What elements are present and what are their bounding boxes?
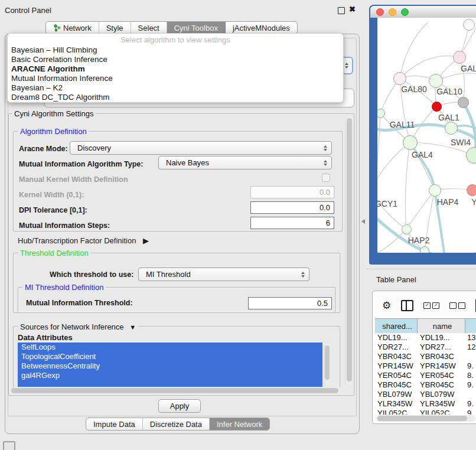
table-cell[interactable]: YBR045C <box>418 380 465 390</box>
node-unlabeled[interactable] <box>458 97 469 108</box>
node-hap4[interactable] <box>429 184 441 197</box>
table-cell[interactable]: 9. <box>465 380 476 390</box>
table-cell[interactable]: YBL079W <box>375 390 418 399</box>
table-row[interactable]: YDL19...YDL19...13 <box>375 333 476 343</box>
node-unlabeled[interactable] <box>420 246 429 253</box>
attribute-item-gal4rgexp[interactable]: gal4RGexp <box>18 371 322 380</box>
settings-hscrollbar-thumb[interactable] <box>11 388 338 393</box>
table-cell[interactable]: YDL19... <box>418 333 465 343</box>
close-icon[interactable]: ✖ <box>349 5 356 14</box>
tab-discretize-data[interactable]: Discretize Data <box>143 418 210 430</box>
node-gal4[interactable] <box>403 135 418 150</box>
column-header-name[interactable]: name <box>418 319 465 334</box>
table-cell[interactable]: YBR043C <box>375 352 418 361</box>
table-cell[interactable]: 9. <box>465 399 476 409</box>
table-cell[interactable]: YLR345W <box>375 399 418 409</box>
settings-gear-icon[interactable]: ⚙ <box>382 301 391 311</box>
tab-cyni-toolbox[interactable]: Cyni Toolbox <box>167 22 226 34</box>
attribute-item-betweennesscentrality[interactable]: BetweennessCentrality <box>18 361 322 371</box>
tab-select[interactable]: Select <box>131 22 167 34</box>
close-traffic-light-icon[interactable] <box>376 8 384 16</box>
algorithm-option-bayesian-k2[interactable]: Bayesian – K2 <box>8 83 343 93</box>
node-gal[interactable] <box>453 51 466 64</box>
algorithm-option-mutual-information-inference[interactable]: Mutual Information Inference <box>8 74 343 83</box>
attributes-scrollbar-thumb[interactable] <box>325 345 330 380</box>
settings-vscrollbar-thumb[interactable] <box>347 118 352 381</box>
table-cell[interactable]: YIL052C <box>418 409 465 415</box>
node-gal80[interactable] <box>393 72 406 85</box>
sources-title[interactable]: Sources for Network Inference ▼ <box>18 322 138 331</box>
node-swi4[interactable] <box>445 122 458 135</box>
tab-impute-data[interactable]: Impute Data <box>86 418 143 430</box>
table-row[interactable]: YBL079WYBL079W <box>375 390 476 399</box>
table-cell[interactable]: 9. <box>465 409 476 415</box>
minimize-traffic-light-icon[interactable] <box>389 8 396 16</box>
which-threshold-combo[interactable]: MI Threshold <box>138 268 309 281</box>
table-cell[interactable]: 13 <box>465 333 476 343</box>
algorithm-option-dream8-dc-tdc-algorithm[interactable]: Dream8 DC_TDC Algorithm <box>8 93 343 102</box>
tab-style[interactable]: Style <box>99 22 131 34</box>
aracne-mode-combo[interactable]: Discovery <box>70 141 332 155</box>
table-cell[interactable]: YIL052C <box>375 409 418 415</box>
table-row[interactable]: YLR345WYLR345W9. <box>375 399 476 409</box>
node-hap2[interactable] <box>402 224 412 234</box>
attribute-item-topologicalcoefficient[interactable]: TopologicalCoefficient <box>18 352 322 361</box>
apply-button[interactable]: Apply <box>158 399 201 413</box>
table-cell[interactable]: YBR043C <box>418 352 465 361</box>
algorithm-option-basic-correlation-inference[interactable]: Basic Correlation Inference <box>8 55 343 64</box>
mi-steps-field[interactable]: 6 <box>250 217 334 229</box>
tab-label: Select <box>138 24 159 32</box>
table-row[interactable]: YBR045CYBR045C9. <box>375 380 476 390</box>
mi-steps-value: 6 <box>326 219 330 227</box>
node-gal11[interactable] <box>377 109 385 118</box>
table-cell[interactable]: YLR345W <box>418 399 465 409</box>
select-all-columns-icon[interactable]: ✓ ✓ <box>423 302 439 309</box>
algorithm-option-bayesian-hill-climbing[interactable]: Bayesian – Hill Climbing <box>8 45 343 55</box>
table-cell[interactable]: YBL079W <box>418 390 465 399</box>
splitter-arrow-icon[interactable] <box>361 219 365 224</box>
algorithm-option-aracne-algorithm[interactable]: ARACNE Algorithm <box>8 64 343 74</box>
column-layout-icon[interactable] <box>401 300 413 311</box>
network-window-titlebar[interactable] <box>370 6 476 18</box>
zoom-traffic-light-icon[interactable] <box>401 8 409 16</box>
column-header-shared[interactable]: shared... <box>375 319 418 334</box>
attribute-item-partial[interactable] <box>18 380 322 387</box>
table-cell[interactable]: 8. <box>465 371 476 380</box>
node-y[interactable] <box>467 184 476 196</box>
table-cell[interactable]: YBR045C <box>375 380 418 390</box>
table-cell[interactable]: YDR27... <box>375 343 418 352</box>
column-header-partial[interactable] <box>465 319 476 334</box>
node-gal1[interactable] <box>432 102 442 112</box>
table-cell[interactable] <box>465 390 476 399</box>
node-unlabeled[interactable] <box>466 147 476 164</box>
table-cell[interactable]: YPR145W <box>418 361 465 371</box>
deselect-all-columns-icon[interactable] <box>449 302 465 309</box>
table-row[interactable]: YIL052CYIL052C9. <box>375 409 476 415</box>
hub-definition-toggle[interactable]: Hub/Transcription Factor Definition ▶ <box>18 236 149 245</box>
table-cell[interactable]: YDR27... <box>418 343 465 352</box>
table-cell[interactable]: 9. <box>465 361 476 371</box>
table-cell[interactable]: YPR145W <box>375 361 418 371</box>
attribute-item-selfloops[interactable]: SelfLoops <box>18 343 322 352</box>
tab-jactivemnodules[interactable]: jActiveMNodules <box>226 22 297 34</box>
tab-network[interactable]: Network <box>46 22 99 34</box>
dpi-tolerance-field[interactable]: 0.0 <box>250 201 334 214</box>
node-unlabeled[interactable] <box>463 19 475 31</box>
network-canvas[interactable]: GALGAL80GAL10GAL1GAL11SWI4GAL4GCY1HAP4YH… <box>377 18 476 253</box>
table-cell[interactable]: YER054C <box>375 371 418 380</box>
float-window-icon[interactable] <box>338 7 345 14</box>
table-row[interactable]: YDR27...YDR27...12 <box>375 343 476 352</box>
table-hscrollbar-thumb[interactable] <box>377 416 467 421</box>
table-row[interactable]: YBR043CYBR043C <box>375 352 476 361</box>
tab-infer-network[interactable]: Infer Network <box>210 418 269 430</box>
mi-threshold-field[interactable]: 0.5 <box>248 297 332 309</box>
table-cell[interactable]: YDL19... <box>375 333 418 343</box>
table-cell[interactable] <box>465 352 476 361</box>
node-gal10[interactable] <box>429 74 443 88</box>
table-cell[interactable]: YER054C <box>418 371 465 380</box>
table-row[interactable]: YPR145WYPR145W9. <box>375 361 476 371</box>
collapsed-panel-icon[interactable] <box>3 441 15 450</box>
table-row[interactable]: YER054CYER054C8. <box>375 371 476 380</box>
table-cell[interactable]: 12 <box>465 343 476 352</box>
mi-algorithm-type-combo[interactable]: Naive Bayes <box>158 156 332 169</box>
